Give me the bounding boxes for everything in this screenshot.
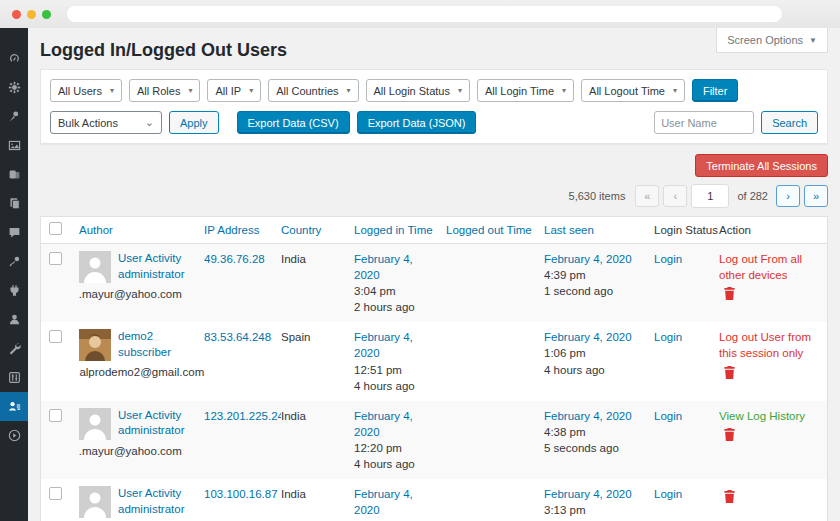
current-page-input[interactable] <box>691 184 729 208</box>
login-status-link[interactable]: Login <box>654 488 682 500</box>
column-header-logged-in-time[interactable]: Logged in Time <box>354 224 446 236</box>
ip-address-link[interactable]: 83.53.64.248 <box>204 331 271 343</box>
bulk-actions-label: Bulk Actions <box>58 117 118 129</box>
sidebar-item-theme[interactable] <box>0 160 28 189</box>
settings-icon <box>8 371 21 384</box>
author-cell: demo2subscriberualprodemo2@gmail.com <box>79 329 204 380</box>
trash-icon[interactable] <box>723 286 736 305</box>
column-header-logged-out-time[interactable]: Logged out Time <box>446 224 544 236</box>
filter-select-all-login-time[interactable]: All Login Time▾ <box>477 79 574 102</box>
chevron-down-icon: ▾ <box>458 86 462 95</box>
row-checkbox[interactable] <box>49 409 62 422</box>
filter-select-all-ip[interactable]: All IP▾ <box>207 79 261 102</box>
sidebar-item-settings[interactable] <box>0 363 28 392</box>
author-email: it.mayur@yahoo.com <box>79 286 192 302</box>
chevron-down-icon: ▼ <box>809 36 817 45</box>
filter-select-all-logout-time[interactable]: All Logout Time▾ <box>581 79 685 102</box>
author-role-link[interactable]: administrator <box>118 502 184 518</box>
search-button[interactable]: Search <box>761 111 818 134</box>
username-search-input[interactable] <box>654 111 754 134</box>
action-link[interactable]: Log out From all other devices <box>719 251 813 283</box>
brush-icon <box>8 255 21 268</box>
country-cell: India <box>281 408 354 424</box>
screen-options-button[interactable]: Screen Options ▼ <box>716 28 828 53</box>
sidebar-item-gear[interactable] <box>0 73 28 102</box>
items-count: 5,630 items <box>569 190 626 202</box>
trash-icon[interactable] <box>723 489 736 508</box>
filter-select-label: All Logout Time <box>589 85 665 97</box>
sidebar-item-brush[interactable] <box>0 247 28 276</box>
apply-button[interactable]: Apply <box>169 111 219 134</box>
filter-select-all-countries[interactable]: All Countries▾ <box>268 79 358 102</box>
column-header-author[interactable]: Author <box>79 224 204 236</box>
address-bar[interactable] <box>67 6 782 22</box>
sidebar-item-dashboard[interactable] <box>0 44 28 73</box>
prev-page-button[interactable]: ‹ <box>663 185 687 207</box>
export-csv-button[interactable]: Export Data (CSV) <box>237 111 350 134</box>
sidebar-item-media[interactable] <box>0 131 28 160</box>
window-close-icon[interactable] <box>12 10 21 19</box>
author-name-link[interactable]: demo2 <box>118 329 171 345</box>
sidebar-item-user-activity[interactable] <box>0 392 28 421</box>
action-link[interactable]: Log out User from this session only <box>719 329 813 361</box>
author-email: ualprodemo2@gmail.com <box>79 364 192 380</box>
author-role-link[interactable]: subscriber <box>118 345 171 361</box>
author-role-link[interactable]: administrator <box>118 267 184 283</box>
author-name-link[interactable]: User Activity <box>118 408 184 424</box>
users-icon <box>8 313 21 326</box>
trash-icon[interactable] <box>723 365 736 384</box>
author-name-link[interactable]: User Activity <box>118 251 184 267</box>
login-status-link[interactable]: Login <box>654 253 682 265</box>
column-header-last-seen[interactable]: Last seen <box>544 224 654 236</box>
sidebar-item-pin[interactable] <box>0 102 28 131</box>
browser-chrome <box>0 0 840 28</box>
row-checkbox[interactable] <box>49 487 62 500</box>
column-header-country[interactable]: Country <box>281 224 354 236</box>
chevron-down-icon: ▾ <box>673 86 677 95</box>
author-name-link[interactable]: User Activity <box>118 486 184 502</box>
plugin-icon <box>8 284 21 297</box>
bulk-actions-select[interactable]: Bulk Actions ⌄ <box>50 111 162 134</box>
last-seen-cell: February 4, 20201:06 pm4 hours ago <box>544 329 654 377</box>
ip-address-link[interactable]: 49.36.76.28 <box>204 253 265 265</box>
last-page-button[interactable]: » <box>804 185 828 207</box>
column-header-ip-address[interactable]: IP Address <box>204 224 281 236</box>
select-all-checkbox-top[interactable] <box>49 222 62 235</box>
window-maximize-icon[interactable] <box>42 10 51 19</box>
export-json-button[interactable]: Export Data (JSON) <box>357 111 477 134</box>
row-checkbox[interactable] <box>49 330 62 343</box>
ip-address-link[interactable]: 103.100.16.87 <box>204 488 278 500</box>
next-page-button[interactable]: › <box>776 185 800 207</box>
screen-options-label: Screen Options <box>727 34 803 46</box>
terminate-all-sessions-button[interactable]: Terminate All Sessions <box>695 154 828 177</box>
trash-icon[interactable] <box>723 427 736 446</box>
action-link[interactable]: View Log History <box>719 408 813 424</box>
sidebar-item-tools[interactable] <box>0 334 28 363</box>
row-checkbox[interactable] <box>49 252 62 265</box>
filter-select-all-users[interactable]: All Users▾ <box>50 79 122 102</box>
sidebar-item-users[interactable] <box>0 305 28 334</box>
table-body: User Activityadministratorit.mayur@yahoo… <box>41 244 827 521</box>
filter-select-all-roles[interactable]: All Roles▾ <box>129 79 200 102</box>
main-content: Screen Options ▼ Logged In/Logged Out Us… <box>28 28 840 521</box>
login-status-link[interactable]: Login <box>654 331 682 343</box>
column-header-login-status: Login Status <box>654 224 719 236</box>
user-activity-icon <box>8 400 21 413</box>
filter-select-all-login-status[interactable]: All Login Status▾ <box>366 79 470 102</box>
first-page-button[interactable]: « <box>635 185 659 207</box>
author-role-link[interactable]: administrator <box>118 423 184 439</box>
author-cell: User Activityadministratorit.mayur@yahoo… <box>79 486 204 521</box>
window-minimize-icon[interactable] <box>27 10 36 19</box>
avatar <box>79 408 111 440</box>
ip-address-link[interactable]: 123.201.225.243 <box>204 410 281 422</box>
login-status-link[interactable]: Login <box>654 410 682 422</box>
sidebar-item-pages[interactable] <box>0 189 28 218</box>
sidebar-item-collapse[interactable] <box>0 421 28 450</box>
filter-select-label: All Roles <box>137 85 180 97</box>
sidebar <box>0 28 28 521</box>
sidebar-item-plugin[interactable] <box>0 276 28 305</box>
filter-selects: All Users▾All Roles▾All IP▾All Countries… <box>50 79 818 102</box>
sidebar-item-comments[interactable] <box>0 218 28 247</box>
filter-button[interactable]: Filter <box>692 79 738 102</box>
author-cell: User Activityadministratorit.mayur@yahoo… <box>79 408 204 459</box>
